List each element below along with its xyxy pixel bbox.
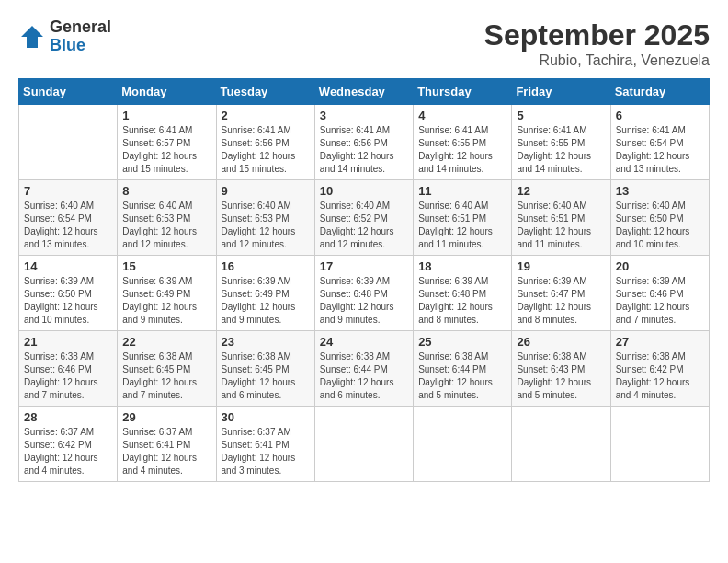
calendar-cell: 27Sunrise: 6:38 AM Sunset: 6:42 PM Dayli… (610, 331, 709, 407)
day-number: 22 (122, 335, 210, 349)
day-number: 13 (616, 184, 704, 198)
svg-marker-0 (21, 26, 43, 48)
day-number: 23 (222, 335, 310, 349)
day-number: 1 (122, 109, 210, 122)
day-number: 11 (418, 184, 506, 198)
calendar-cell: 25Sunrise: 6:38 AM Sunset: 6:44 PM Dayli… (414, 331, 512, 407)
calendar-cell: 10Sunrise: 6:40 AM Sunset: 6:52 PM Dayli… (314, 180, 413, 256)
calendar-week-1: 1Sunrise: 6:41 AM Sunset: 6:57 PM Daylig… (19, 105, 710, 180)
calendar-cell: 9Sunrise: 6:40 AM Sunset: 6:53 PM Daylig… (216, 180, 314, 256)
day-info: Sunrise: 6:39 AM Sunset: 6:49 PM Dayligh… (122, 275, 210, 327)
calendar-cell: 14Sunrise: 6:39 AM Sunset: 6:50 PM Dayli… (19, 256, 118, 331)
calendar-week-2: 7Sunrise: 6:40 AM Sunset: 6:54 PM Daylig… (19, 180, 710, 256)
calendar-cell (19, 105, 118, 180)
calendar-cell: 21Sunrise: 6:38 AM Sunset: 6:46 PM Dayli… (19, 331, 118, 407)
day-info: Sunrise: 6:38 AM Sunset: 6:42 PM Dayligh… (616, 350, 704, 402)
day-number: 25 (418, 335, 506, 349)
day-number: 9 (222, 184, 310, 198)
day-info: Sunrise: 6:38 AM Sunset: 6:43 PM Dayligh… (517, 350, 605, 402)
calendar-cell: 26Sunrise: 6:38 AM Sunset: 6:43 PM Dayli… (512, 331, 610, 407)
day-info: Sunrise: 6:40 AM Sunset: 6:50 PM Dayligh… (616, 200, 704, 251)
calendar-week-3: 14Sunrise: 6:39 AM Sunset: 6:50 PM Dayli… (19, 256, 710, 331)
header-day-tuesday: Tuesday (216, 79, 314, 105)
header-day-wednesday: Wednesday (314, 79, 413, 105)
day-info: Sunrise: 6:40 AM Sunset: 6:53 PM Dayligh… (222, 200, 310, 251)
page-header: General Blue September 2025 Rubio, Tachi… (18, 18, 710, 69)
day-number: 12 (517, 184, 605, 198)
day-info: Sunrise: 6:40 AM Sunset: 6:51 PM Dayligh… (517, 200, 605, 251)
day-number: 14 (24, 259, 112, 273)
calendar-cell (512, 407, 610, 482)
logo: General Blue (18, 18, 111, 55)
day-info: Sunrise: 6:38 AM Sunset: 6:45 PM Dayligh… (222, 350, 310, 402)
logo-blue: Blue (50, 37, 111, 55)
day-number: 27 (616, 335, 704, 349)
logo-general: General (50, 18, 111, 37)
calendar-cell (610, 407, 709, 482)
location-title: Rubio, Tachira, Venezuela (484, 52, 710, 69)
day-info: Sunrise: 6:37 AM Sunset: 6:41 PM Dayligh… (222, 426, 310, 477)
day-number: 4 (418, 109, 506, 122)
calendar-header-row: SundayMondayTuesdayWednesdayThursdayFrid… (19, 79, 710, 105)
day-info: Sunrise: 6:39 AM Sunset: 6:49 PM Dayligh… (222, 275, 310, 327)
calendar-cell: 20Sunrise: 6:39 AM Sunset: 6:46 PM Dayli… (610, 256, 709, 331)
calendar-week-4: 21Sunrise: 6:38 AM Sunset: 6:46 PM Dayli… (19, 331, 710, 407)
day-number: 20 (616, 259, 704, 273)
day-number: 3 (320, 109, 408, 122)
day-number: 18 (418, 259, 506, 273)
day-info: Sunrise: 6:37 AM Sunset: 6:41 PM Dayligh… (122, 426, 210, 477)
day-info: Sunrise: 6:39 AM Sunset: 6:48 PM Dayligh… (320, 275, 408, 327)
calendar-table: SundayMondayTuesdayWednesdayThursdayFrid… (18, 78, 710, 482)
day-info: Sunrise: 6:41 AM Sunset: 6:55 PM Dayligh… (517, 124, 605, 176)
day-info: Sunrise: 6:40 AM Sunset: 6:51 PM Dayligh… (418, 200, 506, 251)
calendar-cell: 8Sunrise: 6:40 AM Sunset: 6:53 PM Daylig… (118, 180, 216, 256)
day-info: Sunrise: 6:38 AM Sunset: 6:45 PM Dayligh… (122, 350, 210, 402)
day-info: Sunrise: 6:41 AM Sunset: 6:55 PM Dayligh… (418, 124, 506, 176)
calendar-cell: 5Sunrise: 6:41 AM Sunset: 6:55 PM Daylig… (512, 105, 610, 180)
calendar-cell: 22Sunrise: 6:38 AM Sunset: 6:45 PM Dayli… (118, 331, 216, 407)
day-info: Sunrise: 6:41 AM Sunset: 6:56 PM Dayligh… (222, 124, 310, 176)
header-day-monday: Monday (118, 79, 216, 105)
day-number: 7 (24, 184, 112, 198)
calendar-cell: 24Sunrise: 6:38 AM Sunset: 6:44 PM Dayli… (314, 331, 413, 407)
calendar-cell: 2Sunrise: 6:41 AM Sunset: 6:56 PM Daylig… (216, 105, 314, 180)
day-info: Sunrise: 6:38 AM Sunset: 6:44 PM Dayligh… (418, 350, 506, 402)
day-info: Sunrise: 6:39 AM Sunset: 6:47 PM Dayligh… (517, 275, 605, 327)
day-number: 24 (320, 335, 408, 349)
day-number: 16 (222, 259, 310, 273)
calendar-cell: 18Sunrise: 6:39 AM Sunset: 6:48 PM Dayli… (414, 256, 512, 331)
day-number: 5 (517, 109, 605, 122)
title-block: September 2025 Rubio, Tachira, Venezuela (484, 18, 710, 69)
calendar-cell: 16Sunrise: 6:39 AM Sunset: 6:49 PM Dayli… (216, 256, 314, 331)
day-info: Sunrise: 6:39 AM Sunset: 6:48 PM Dayligh… (418, 275, 506, 327)
calendar-cell: 29Sunrise: 6:37 AM Sunset: 6:41 PM Dayli… (118, 407, 216, 482)
day-number: 21 (24, 335, 112, 349)
calendar-cell: 7Sunrise: 6:40 AM Sunset: 6:54 PM Daylig… (19, 180, 118, 256)
calendar-cell: 17Sunrise: 6:39 AM Sunset: 6:48 PM Dayli… (314, 256, 413, 331)
logo-icon (18, 23, 46, 51)
day-info: Sunrise: 6:37 AM Sunset: 6:42 PM Dayligh… (24, 426, 112, 477)
header-day-thursday: Thursday (414, 79, 512, 105)
day-number: 17 (320, 259, 408, 273)
calendar-body: 1Sunrise: 6:41 AM Sunset: 6:57 PM Daylig… (19, 105, 710, 482)
day-info: Sunrise: 6:38 AM Sunset: 6:46 PM Dayligh… (24, 350, 112, 402)
calendar-cell: 11Sunrise: 6:40 AM Sunset: 6:51 PM Dayli… (414, 180, 512, 256)
calendar-cell: 30Sunrise: 6:37 AM Sunset: 6:41 PM Dayli… (216, 407, 314, 482)
day-info: Sunrise: 6:41 AM Sunset: 6:57 PM Dayligh… (122, 124, 210, 176)
day-number: 26 (517, 335, 605, 349)
day-number: 15 (122, 259, 210, 273)
calendar-cell: 23Sunrise: 6:38 AM Sunset: 6:45 PM Dayli… (216, 331, 314, 407)
day-number: 2 (222, 109, 310, 122)
day-info: Sunrise: 6:39 AM Sunset: 6:46 PM Dayligh… (616, 275, 704, 327)
calendar-cell: 13Sunrise: 6:40 AM Sunset: 6:50 PM Dayli… (610, 180, 709, 256)
calendar-cell: 15Sunrise: 6:39 AM Sunset: 6:49 PM Dayli… (118, 256, 216, 331)
day-number: 6 (616, 109, 704, 122)
day-number: 29 (122, 410, 210, 424)
day-number: 8 (122, 184, 210, 198)
calendar-week-5: 28Sunrise: 6:37 AM Sunset: 6:42 PM Dayli… (19, 407, 710, 482)
day-number: 28 (24, 410, 112, 424)
calendar-cell: 12Sunrise: 6:40 AM Sunset: 6:51 PM Dayli… (512, 180, 610, 256)
calendar-cell: 1Sunrise: 6:41 AM Sunset: 6:57 PM Daylig… (118, 105, 216, 180)
month-title: September 2025 (484, 18, 710, 52)
day-info: Sunrise: 6:40 AM Sunset: 6:53 PM Dayligh… (122, 200, 210, 251)
